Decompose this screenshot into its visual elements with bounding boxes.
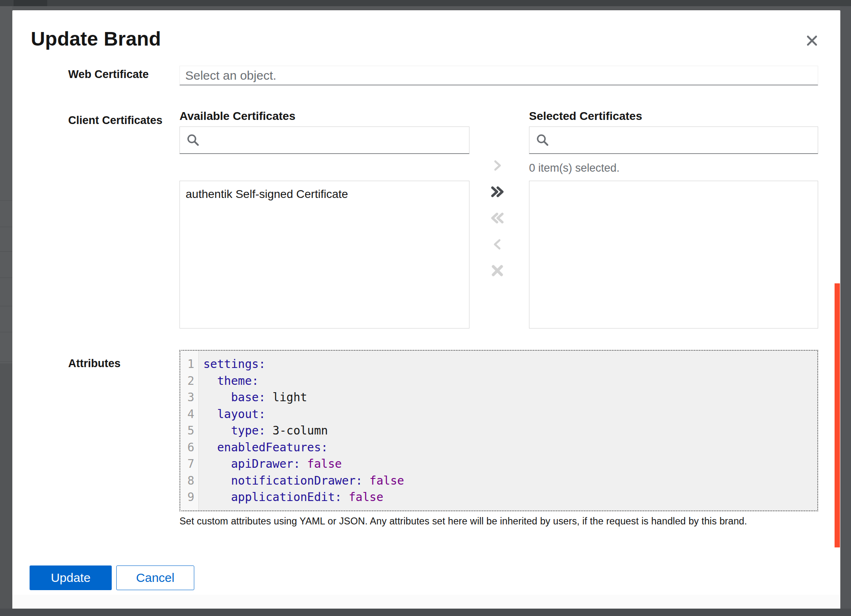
code-text: settings: [198, 356, 266, 373]
cancel-button[interactable]: Cancel [116, 565, 194, 590]
sidebar-divider [0, 306, 12, 306]
search-icon [186, 133, 200, 147]
page-header-behind-overlay [0, 0, 851, 6]
code-line: 5 type: 3-column [180, 423, 817, 439]
angle-left-icon [490, 237, 504, 251]
selected-count-status: 0 item(s) selected. [529, 162, 620, 175]
sidebar-divider [0, 251, 12, 252]
code-editor-lines: 1settings:2 theme:3 base: light4 layout:… [180, 356, 817, 506]
code-line: 9 applicationEdit: false [180, 489, 817, 506]
search-icon [536, 133, 549, 147]
code-line: 6 enabledFeatures: [180, 439, 817, 456]
code-line: 1settings: [180, 356, 817, 373]
update-button[interactable]: Update [30, 565, 112, 590]
selected-search-input[interactable] [554, 126, 818, 154]
modal-title: Update Brand [31, 28, 161, 50]
sidebar-lower-area [0, 363, 12, 609]
line-number: 4 [180, 406, 198, 423]
code-text: apiDrawer: false [198, 456, 342, 473]
certificate-option[interactable]: authentik Self-signed Certificate [180, 181, 469, 203]
sidebar-divider [0, 227, 12, 227]
attributes-help-text: Set custom attributes using YAML or JSON… [179, 516, 820, 527]
client-certificates-label: Client Certificates [68, 114, 163, 127]
page-footer-behind-overlay [0, 609, 851, 616]
code-line: 4 layout: [180, 406, 817, 423]
code-text: theme: [198, 373, 259, 390]
sidebar-divider [0, 332, 12, 332]
close-icon [806, 34, 818, 47]
web-certificate-select-input[interactable] [179, 66, 818, 85]
available-search-input[interactable] [205, 126, 469, 154]
remove-selected-button[interactable] [486, 233, 509, 256]
angle-double-right-icon [489, 185, 506, 199]
selected-certificates-list[interactable] [529, 181, 818, 329]
code-text: applicationEdit: false [198, 489, 383, 506]
angle-right-icon [490, 159, 504, 172]
code-line: 8 notificationDrawer: false [180, 473, 817, 490]
add-all-button[interactable] [486, 180, 509, 203]
line-number: 6 [180, 439, 198, 456]
web-certificate-label: Web Certificate [68, 68, 149, 81]
sidebar-divider [0, 200, 12, 201]
code-text: enabledFeatures: [198, 439, 328, 456]
times-icon [490, 263, 505, 278]
sidebar-behind-overlay [0, 6, 12, 609]
sidebar-divider [0, 278, 12, 278]
code-text: notificationDrawer: false [198, 473, 404, 490]
overlay-right-strip [840, 6, 851, 609]
close-button[interactable] [800, 29, 823, 52]
line-number: 9 [180, 489, 198, 506]
modal-scrollbar-thumb[interactable] [835, 283, 840, 547]
code-text: base: light [198, 389, 307, 406]
code-line: 3 base: light [180, 389, 817, 406]
selected-search-box [529, 126, 818, 154]
line-number: 7 [180, 456, 198, 473]
line-number: 5 [180, 423, 198, 439]
available-certificates-heading: Available Certificates [179, 110, 295, 123]
available-certificates-list[interactable]: authentik Self-signed Certificate [179, 181, 469, 329]
code-line: 2 theme: [180, 373, 817, 390]
update-brand-modal: Update Brand Web Certificate Client Cert… [12, 10, 840, 609]
line-number: 3 [180, 389, 198, 406]
remove-all-button[interactable] [486, 207, 509, 230]
line-number: 2 [180, 373, 198, 390]
angle-double-left-icon [489, 211, 506, 225]
add-selected-button[interactable] [486, 154, 509, 177]
line-number: 8 [180, 473, 198, 490]
page-header-logo-area [14, 0, 47, 6]
clear-button[interactable] [486, 259, 509, 282]
code-text: type: 3-column [198, 423, 328, 439]
line-number: 1 [180, 356, 198, 373]
selected-certificates-heading: Selected Certificates [529, 110, 642, 123]
sidebar-divider [0, 361, 12, 362]
code-line: 7 apiDrawer: false [180, 456, 817, 473]
modal-footer-strip [12, 595, 840, 609]
attributes-label: Attributes [68, 357, 121, 370]
code-text: layout: [198, 406, 266, 423]
attributes-code-editor[interactable]: 1settings:2 theme:3 base: light4 layout:… [179, 350, 818, 511]
transfer-controls [486, 154, 509, 285]
available-search-box [179, 126, 469, 154]
